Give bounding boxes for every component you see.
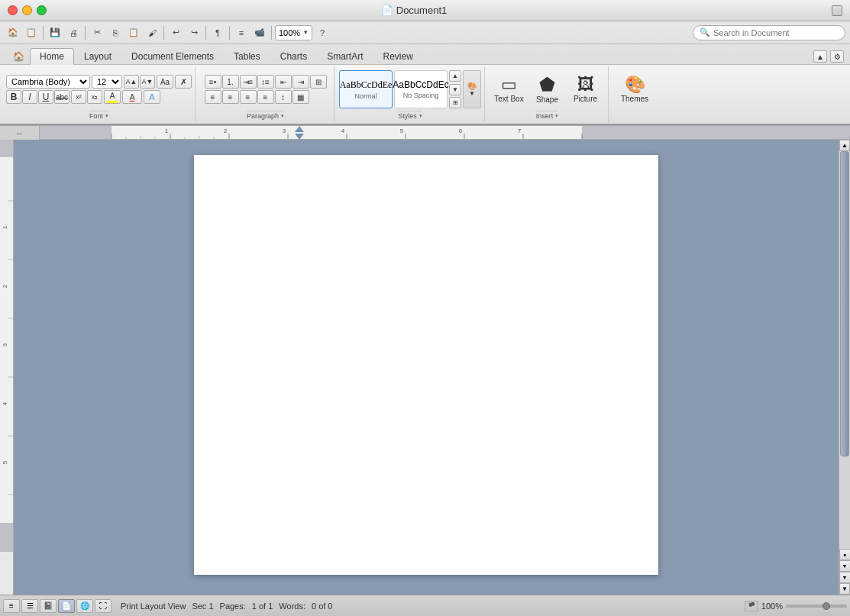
font-decrease-btn[interactable]: A▼ [140,75,155,89]
font-name-select[interactable]: Cambria (Body) [6,75,90,89]
shape-btn[interactable]: ⬟ Shape [529,68,566,111]
horizontal-ruler[interactable]: 1 2 3 4 5 6 7 [40,126,850,139]
zoom-control[interactable]: 100% ▼ [275,25,312,40]
ribbon-options-btn[interactable]: ⚙ [830,50,844,63]
save-button[interactable]: 💾 [47,24,63,41]
insert-group-label[interactable]: Insert ▾ [536,111,559,121]
change-case-btn[interactable]: Aa [157,75,173,89]
words-label: Words: [279,601,305,611]
picture-btn[interactable]: 🖼 Picture [567,68,604,111]
indent-list-btn[interactable]: ⇥≡ [240,75,257,89]
view-normal-btn[interactable]: ≡ [3,599,20,613]
styles-up-btn[interactable]: ▲ [449,70,461,82]
textbox-btn[interactable]: ▭ Text Box [491,68,528,111]
ruler-corner[interactable]: ↔ [0,126,40,140]
view-web-btn[interactable]: 🌐 [76,599,93,613]
decrease-indent-btn[interactable]: ⇤ [275,75,292,89]
underline-button[interactable]: U [38,90,53,104]
ribbon-collapse-btn[interactable]: ▲ [813,50,827,63]
scroll-next-obj-btn[interactable]: ▼ [839,560,851,572]
font-size-select[interactable]: 12 [92,75,122,89]
paste-button[interactable]: 📋 [125,24,142,41]
language-flag[interactable]: 🏴 [745,601,758,611]
format-painter[interactable]: 🖌 [144,24,160,41]
redo-button[interactable]: ↪ [186,24,202,41]
tab-document-elements[interactable]: Document Elements [121,47,224,64]
scroll-next-page-btn[interactable]: ▼ [839,572,851,583]
multilevel-list-btn[interactable]: ↕≡ [257,75,274,89]
scroll-down-btn[interactable]: ▼ [839,583,850,595]
superscript-button[interactable]: x² [71,90,86,104]
style-normal[interactable]: AaBbCcDdEe Normal [339,70,393,108]
window-controls[interactable] [8,5,47,15]
clear-format-btn[interactable]: ✗ [175,75,192,89]
zoom-slider[interactable] [786,605,847,608]
font-increase-btn[interactable]: A▲ [124,75,139,89]
close-button[interactable] [8,5,18,15]
shading-btn[interactable]: ▦ [292,90,309,104]
highlight-btn[interactable]: A [104,90,121,104]
document-canvas[interactable] [14,140,839,595]
scroll-prev-page-btn[interactable]: ● [839,549,851,560]
resize-button[interactable] [832,5,842,16]
scrollbar-thumb[interactable] [840,151,849,456]
strikethrough-button[interactable]: abc [54,90,69,104]
style-no-spacing[interactable]: AaBbCcDdEc No Spacing [394,70,448,108]
view-focus-btn[interactable]: ⛶ [95,599,112,613]
scroll-up-btn[interactable]: ▲ [839,140,850,151]
subscript-button[interactable]: x₂ [87,90,102,104]
justify-btn[interactable]: ≡ [257,90,274,104]
tab-tables[interactable]: Tables [224,47,270,64]
search-box[interactable]: 🔍 [693,25,845,40]
view-notebook-btn[interactable]: 📓 [40,599,57,613]
bold-button[interactable]: B [6,90,21,104]
list-style-button[interactable]: ≡ [233,24,250,41]
font-group-label[interactable]: Font ▾ [89,111,108,121]
vertical-ruler[interactable]: 1 2 3 4 5 [0,140,14,595]
undo-button[interactable]: ↩ [167,24,184,41]
text-effects-btn[interactable]: A [144,90,160,104]
border-btn[interactable]: ⊞ [310,75,327,89]
italic-button[interactable]: I [22,90,37,104]
maximize-button[interactable] [37,5,47,15]
align-left-btn[interactable]: ≡ [205,90,221,104]
media-button[interactable]: 📹 [251,24,268,41]
new-button[interactable]: 📋 [23,24,40,41]
styles-down-btn[interactable]: ▼ [449,84,461,95]
themes-btn[interactable]: 🎨 Themes [614,68,655,111]
font-size-btns: A▲ A▼ [124,75,155,89]
show-marks-button[interactable]: ¶ [209,24,226,41]
styles-group-label[interactable]: Styles ▾ [398,111,422,121]
tab-charts[interactable]: Charts [270,47,317,64]
increase-indent-btn[interactable]: ⇥ [292,75,309,89]
svg-text:2: 2 [224,127,228,134]
scrollbar-track[interactable] [839,151,850,549]
cut-button[interactable]: ✂ [89,24,105,41]
minimize-button[interactable] [22,5,32,15]
line-spacing-btn[interactable]: ↕ [275,90,292,104]
copy-button[interactable]: ⎘ [107,24,124,41]
view-print-btn[interactable]: 📄 [58,599,75,613]
help-button[interactable]: ? [314,24,331,41]
bullet-list-btn[interactable]: ≡• [205,75,221,89]
paragraph-group-label[interactable]: Paragraph ▾ [247,111,284,121]
print-button[interactable]: 🖨 [65,24,82,41]
zoom-slider-thumb[interactable] [823,602,830,610]
tab-review[interactable]: Review [373,47,422,64]
numbered-list-btn[interactable]: 1. [222,75,239,89]
font-color-btn[interactable]: A [122,90,142,104]
document-page[interactable] [194,155,658,575]
change-styles-btn[interactable]: 🎨 ▼ [463,70,481,108]
tab-smartart[interactable]: SmartArt [317,47,373,64]
tab-layout[interactable]: Layout [74,47,121,64]
search-input[interactable] [713,28,839,37]
tab-home-icon[interactable]: 🏠 [3,47,30,64]
titlebar-right [781,5,842,16]
view-outline-btn[interactable]: ☰ [21,599,38,613]
align-center-btn[interactable]: ≡ [222,90,239,104]
align-right-btn[interactable]: ≡ [240,90,257,104]
styles-expand-btn[interactable]: ⊞ [449,97,461,108]
home-qt-button[interactable]: 🏠 [5,24,21,41]
tab-home[interactable]: Home [30,48,74,65]
statusbar: ≡ ☰ 📓 📄 🌐 ⛶ Print Layout View Sec 1 Page… [0,595,850,616]
